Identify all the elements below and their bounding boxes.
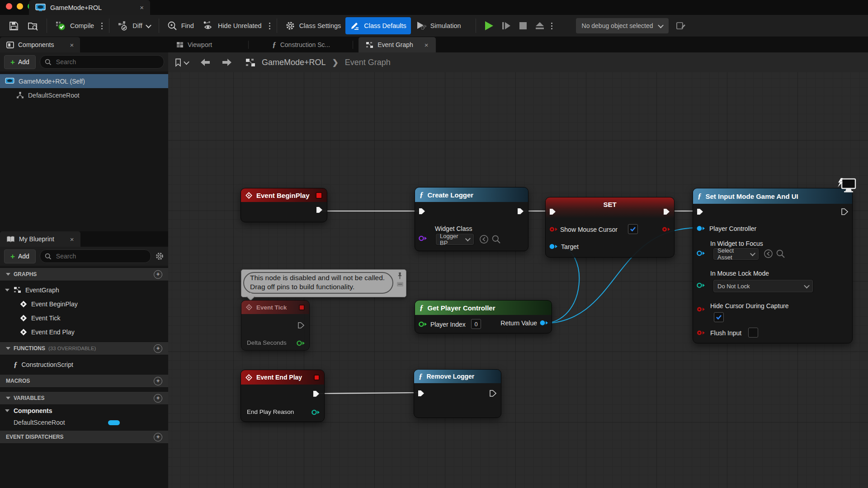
add-variable-icon[interactable]: + bbox=[154, 394, 162, 403]
back-arrow-icon[interactable] bbox=[199, 58, 211, 67]
tree-item-self[interactable]: GameMode+ROL (Self) bbox=[0, 74, 168, 88]
exec-out-pin[interactable] bbox=[490, 390, 496, 397]
delta-seconds-pin[interactable] bbox=[297, 340, 305, 346]
exec-out-pin[interactable] bbox=[298, 322, 304, 328]
player-controller-pin[interactable] bbox=[697, 225, 705, 231]
endplay-reason-pin[interactable] bbox=[311, 409, 320, 415]
node-event-endplay[interactable]: Event End Play End Play Reason bbox=[241, 370, 325, 422]
mouse-lock-dropdown[interactable]: Do Not Lock bbox=[713, 279, 813, 293]
hide-cursor-pin[interactable] bbox=[697, 306, 705, 312]
exec-out-pin[interactable] bbox=[313, 390, 320, 397]
class-defaults-button[interactable]: Class Defaults bbox=[345, 17, 410, 34]
node-create-logger[interactable]: ƒ Create Logger Widget Class Logger BP bbox=[415, 187, 528, 251]
mouse-lock-pin[interactable] bbox=[697, 282, 705, 288]
section-macros[interactable]: MACROS + bbox=[0, 374, 168, 388]
flush-input-pin[interactable] bbox=[697, 330, 705, 336]
stop-button[interactable] bbox=[515, 17, 531, 34]
exec-out-pin[interactable] bbox=[316, 206, 323, 213]
simulation-button[interactable]: Simulation bbox=[411, 17, 466, 34]
breadcrumb-root[interactable]: GameMode+ROL bbox=[262, 58, 326, 67]
list-item-construction-script[interactable]: ƒ ConstructionScript bbox=[0, 357, 168, 371]
add-macro-icon[interactable]: + bbox=[154, 377, 162, 385]
in-widget-dropdown[interactable]: Select Asset bbox=[713, 248, 759, 260]
list-item-event-endplay[interactable]: Event End Play bbox=[0, 325, 168, 339]
asset-tab-close-icon[interactable]: × bbox=[140, 4, 144, 11]
debug-browse-button[interactable] bbox=[671, 17, 690, 34]
my-blueprint-search-input[interactable] bbox=[55, 252, 146, 260]
pushpin-icon[interactable] bbox=[396, 272, 403, 280]
node-set-input-mode[interactable]: ƒ Set Input Mode Game And UI Player Cont… bbox=[693, 188, 853, 343]
section-functions[interactable]: FUNCTIONS (33 OVERRIDABLE) + bbox=[0, 342, 168, 355]
hide-cursor-checkbox[interactable] bbox=[714, 312, 724, 322]
exec-in-pin[interactable] bbox=[549, 208, 556, 215]
add-dispatcher-icon[interactable]: + bbox=[154, 433, 162, 441]
browse-asset-icon[interactable] bbox=[776, 249, 785, 258]
exec-out-pin[interactable] bbox=[517, 208, 524, 215]
variable-type-pill[interactable] bbox=[108, 420, 120, 425]
widget-class-pin[interactable] bbox=[419, 235, 427, 241]
forward-arrow-icon[interactable] bbox=[221, 58, 233, 67]
hide-unrelated-button[interactable]: Hide Unrelated bbox=[198, 17, 266, 34]
player-index-pin[interactable] bbox=[419, 321, 427, 327]
my-blueprint-add-button[interactable]: + Add bbox=[4, 249, 36, 263]
tab-event-graph-close-icon[interactable]: × bbox=[425, 41, 429, 49]
tab-viewport[interactable]: Viewport bbox=[169, 37, 219, 52]
section-variables[interactable]: VARIABLES + bbox=[0, 391, 168, 405]
tab-event-graph[interactable]: Event Graph × bbox=[359, 37, 435, 52]
minimize-window-button[interactable] bbox=[17, 3, 23, 9]
browse-asset-icon[interactable] bbox=[491, 235, 501, 244]
compile-button[interactable]: Compile bbox=[51, 17, 99, 34]
node-event-beginplay[interactable]: Event BeginPlay bbox=[241, 188, 327, 222]
play-button[interactable] bbox=[480, 17, 498, 34]
play-options-kebab-icon[interactable] bbox=[548, 23, 555, 29]
node-set-show-mouse-cursor[interactable]: SET Show Mouse Cursor bbox=[545, 197, 675, 258]
exec-in-pin[interactable] bbox=[418, 390, 425, 397]
graph-canvas[interactable]: Event BeginPlay ƒ Create Logger bbox=[168, 72, 868, 488]
exec-in-pin[interactable] bbox=[419, 208, 425, 215]
browse-asset-button[interactable] bbox=[23, 17, 43, 34]
node-get-player-controller[interactable]: ƒ Get Player Controller Player Index 0 R… bbox=[415, 300, 552, 333]
tab-my-blueprint[interactable]: My Blueprint × bbox=[0, 231, 80, 247]
node-event-tick-disabled[interactable]: Event Tick Delta Seconds bbox=[241, 300, 310, 351]
exec-out-pin[interactable] bbox=[841, 208, 848, 215]
target-pin[interactable] bbox=[549, 244, 558, 249]
hide-unrelated-options-kebab-icon[interactable] bbox=[266, 23, 273, 29]
tab-my-blueprint-close-icon[interactable]: × bbox=[70, 235, 74, 243]
list-item-event-tick[interactable]: Event Tick bbox=[0, 311, 168, 325]
tab-components-close-icon[interactable]: × bbox=[70, 41, 74, 49]
list-item-eventgraph[interactable]: EventGraph bbox=[0, 283, 168, 297]
asset-tab[interactable]: GameMode+ROL × bbox=[29, 0, 150, 15]
tab-construction-script[interactable]: ƒ Construction Sc... bbox=[265, 37, 337, 52]
show-mouse-cursor-checkbox[interactable] bbox=[628, 224, 638, 234]
use-selected-icon[interactable] bbox=[764, 249, 773, 258]
class-settings-button[interactable]: Class Settings bbox=[281, 17, 346, 34]
tab-components[interactable]: Components × bbox=[0, 37, 80, 52]
bookmark-button[interactable] bbox=[175, 58, 189, 67]
exec-in-pin[interactable] bbox=[697, 208, 703, 215]
variable-default-scene-root[interactable]: DefaultSceneRoot bbox=[0, 417, 168, 428]
list-item-event-beginplay[interactable]: Event BeginPlay bbox=[0, 297, 168, 311]
variable-group-components[interactable]: Components bbox=[0, 405, 168, 417]
components-add-button[interactable]: + Add bbox=[4, 55, 36, 69]
eject-button[interactable] bbox=[531, 17, 548, 34]
filter-gear-icon[interactable] bbox=[155, 252, 164, 261]
breadcrumb-current[interactable]: Event Graph bbox=[345, 58, 391, 67]
show-mouse-cursor-out-pin[interactable] bbox=[662, 226, 670, 232]
player-index-value[interactable]: 0 bbox=[471, 319, 481, 329]
tree-item-scene-root[interactable]: DefaultSceneRoot bbox=[0, 88, 168, 102]
diff-button[interactable]: Diff bbox=[113, 17, 155, 34]
widget-class-dropdown[interactable]: Logger BP bbox=[435, 233, 474, 245]
flush-input-checkbox[interactable] bbox=[748, 328, 758, 338]
in-widget-pin[interactable] bbox=[697, 250, 705, 256]
add-graph-icon[interactable]: + bbox=[154, 270, 162, 279]
compile-options-kebab-icon[interactable] bbox=[99, 23, 105, 29]
node-remove-logger[interactable]: ƒ Remove Logger bbox=[414, 369, 501, 418]
show-mouse-cursor-pin[interactable] bbox=[549, 226, 558, 232]
section-graphs[interactable]: GRAPHS + bbox=[0, 267, 168, 281]
exec-out-pin[interactable] bbox=[663, 208, 670, 215]
debug-object-dropdown[interactable]: No debug object selected bbox=[576, 18, 669, 33]
save-button[interactable] bbox=[5, 17, 23, 34]
use-selected-icon[interactable] bbox=[479, 235, 489, 244]
components-search-input[interactable] bbox=[55, 58, 159, 66]
add-function-icon[interactable]: + bbox=[154, 344, 162, 353]
